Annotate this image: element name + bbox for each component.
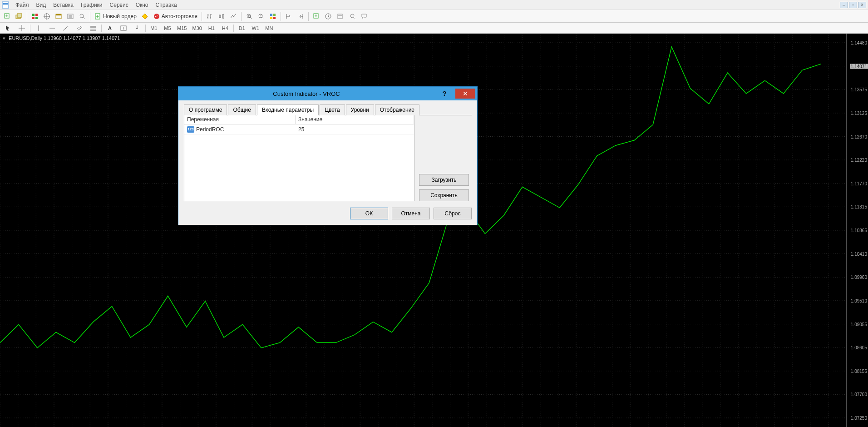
menu-view[interactable]: Вид (33, 1, 50, 9)
metaquotes-button[interactable] (139, 11, 150, 21)
new-order-button[interactable]: Новый ордер (93, 13, 138, 20)
timeframe-d1[interactable]: D1 (236, 24, 248, 32)
ok-button[interactable]: ОК (350, 208, 388, 219)
strategy-tester-button[interactable] (65, 11, 76, 21)
shift-chart-button[interactable] (283, 11, 294, 21)
clock-icon (325, 13, 332, 20)
dialog-titlebar[interactable]: Custom Indicator - VROC ? ✕ (178, 87, 477, 100)
market-watch-button[interactable] (30, 11, 40, 21)
candles-icon (218, 13, 225, 20)
layers-icon (15, 13, 23, 20)
cursor-tool[interactable] (2, 24, 15, 32)
tile-windows-button[interactable] (267, 11, 278, 21)
svg-rect-16 (219, 15, 221, 18)
magnify-icon (79, 13, 86, 20)
auto-trading-button[interactable]: Авто-торговля (151, 13, 199, 20)
tab-2[interactable]: Входные параметры (257, 104, 319, 115)
column-variable[interactable]: Переменная (184, 115, 296, 124)
fibo-tool[interactable] (87, 24, 99, 32)
timeframe-m15[interactable]: M15 (175, 24, 189, 32)
hline-tool[interactable] (46, 24, 59, 32)
diamond-icon (141, 13, 148, 20)
menu-charts[interactable]: Графики (77, 1, 106, 9)
price-label: 1.12670 (851, 134, 867, 139)
line-icon (230, 13, 237, 20)
restore-button[interactable]: ▫ (849, 2, 857, 8)
svg-point-13 (80, 14, 84, 18)
timeframe-w1[interactable]: W1 (249, 24, 262, 32)
save-button[interactable]: Сохранить (419, 189, 469, 201)
cancel-button[interactable]: Отмена (392, 208, 430, 219)
menu-insert[interactable]: Вставка (49, 1, 77, 9)
tab-3[interactable]: Цвета (320, 104, 345, 115)
price-label: 1.07250 (851, 416, 867, 421)
bars-button[interactable] (204, 11, 215, 21)
menu-file[interactable]: Файл (12, 1, 33, 9)
menu-window[interactable]: Окно (132, 1, 152, 9)
menu-service[interactable]: Сервис (106, 1, 132, 9)
plus-chart-icon (4, 13, 11, 20)
dialog-help-button[interactable]: ? (434, 89, 454, 99)
parameters-table[interactable]: Переменная Значение 123PeriodROC25 (184, 115, 414, 201)
timeframe-mn[interactable]: MN (263, 24, 276, 32)
candles-button[interactable] (216, 11, 227, 21)
mql-community-button[interactable] (359, 11, 370, 21)
chart-dropdown-arrow-icon[interactable]: ▾ (3, 35, 5, 41)
indicators-button[interactable] (311, 11, 322, 21)
svg-rect-11 (56, 14, 61, 15)
timeframe-m30[interactable]: M30 (190, 24, 204, 32)
tab-4[interactable]: Уровни (346, 104, 374, 115)
grid-icon (31, 13, 39, 20)
new-chart-button[interactable] (2, 11, 13, 21)
price-label: 1.09960 (851, 275, 867, 280)
reset-button[interactable]: Сброс (434, 208, 472, 219)
price-label: 1.14480 (851, 40, 867, 45)
vline-tool[interactable] (32, 24, 45, 32)
table-row[interactable]: 123PeriodROC25 (184, 124, 414, 134)
zoom-out-button[interactable] (256, 11, 266, 21)
templates-button[interactable] (335, 11, 345, 21)
list-icon (67, 13, 74, 20)
zoom-in-button[interactable] (244, 11, 255, 21)
channel-tool[interactable] (73, 24, 86, 32)
text-tool[interactable]: A (104, 24, 116, 32)
timeframe-m5[interactable]: M5 (161, 24, 174, 32)
profiles-button[interactable] (14, 11, 25, 21)
price-label: 1.11315 (851, 204, 867, 209)
search-button[interactable] (347, 11, 358, 21)
shift-icon (285, 13, 292, 20)
price-axis: 1.144801.140711.135751.131251.126701.122… (846, 34, 868, 427)
navigator-button[interactable] (41, 11, 52, 21)
timeframe-m1[interactable]: M1 (148, 24, 160, 32)
price-label: 1.10865 (851, 228, 867, 233)
column-value[interactable]: Значение (296, 115, 414, 124)
trendline-tool[interactable] (59, 24, 72, 32)
close-button[interactable]: × (858, 2, 866, 8)
line-button[interactable] (228, 11, 239, 21)
periods-button[interactable] (323, 11, 334, 21)
minimize-button[interactable]: – (840, 2, 848, 8)
int-param-icon: 123 (187, 126, 194, 133)
text-label-tool[interactable]: T (117, 24, 130, 32)
dialog-title: Custom Indicator - VROC (178, 90, 434, 97)
crosshair-tool[interactable] (15, 24, 28, 32)
auto-scroll-button[interactable] (295, 11, 306, 21)
dialog-close-button[interactable]: ✕ (455, 89, 475, 99)
svg-rect-17 (222, 15, 224, 18)
timeframe-h4[interactable]: H4 (219, 24, 232, 32)
tab-5[interactable]: Отображение (375, 104, 419, 115)
menu-help[interactable]: Справка (152, 1, 181, 9)
zoom-in-icon (246, 13, 253, 20)
arrows-tool[interactable] (131, 24, 143, 32)
data-window-button[interactable] (77, 11, 88, 21)
terminal-button[interactable] (53, 11, 64, 21)
load-button[interactable]: Загрузить (419, 174, 469, 186)
tab-0[interactable]: О программе (184, 104, 227, 115)
table-header: Переменная Значение (184, 115, 414, 124)
tab-1[interactable]: Общие (228, 104, 256, 115)
param-name: PeriodROC (196, 126, 224, 133)
param-value[interactable]: 25 (296, 125, 414, 134)
price-label: 1.08155 (851, 368, 867, 373)
fibo-icon (89, 25, 97, 32)
timeframe-h1[interactable]: H1 (205, 24, 218, 32)
